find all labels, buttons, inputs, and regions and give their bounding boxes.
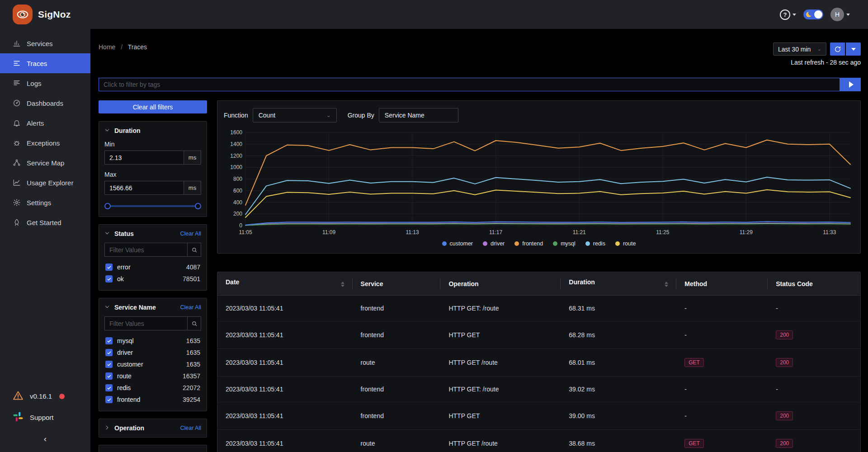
cell-method: -	[676, 402, 768, 430]
table-row[interactable]: 2023/03/03 11:05:41routeHTTP GET /route3…	[217, 430, 860, 452]
checkbox-checked-icon[interactable]	[105, 361, 113, 368]
service-filter-input[interactable]	[104, 316, 188, 330]
dashboard-icon	[13, 99, 21, 107]
legend-item-frontend[interactable]: frontend	[514, 240, 543, 247]
checkbox-checked-icon[interactable]	[105, 396, 113, 403]
service-name-section-header[interactable]: Service Name Clear All	[104, 304, 201, 311]
gear-icon	[13, 198, 21, 207]
sort-icon[interactable]	[665, 280, 668, 289]
time-range-select[interactable]: Last 30 min ⌄	[773, 42, 826, 56]
traces-table-panel: DateServiceOperationDurationMethodStatus…	[217, 272, 861, 452]
run-filter-button[interactable]	[840, 78, 861, 91]
column-header-duration[interactable]: Duration	[561, 272, 676, 296]
checkbox-checked-icon[interactable]	[105, 264, 113, 271]
support-row[interactable]: Support	[0, 407, 90, 428]
option-label: route	[117, 372, 132, 380]
checkbox-checked-icon[interactable]	[105, 337, 113, 344]
slider-min-handle[interactable]	[104, 203, 111, 209]
service-option-frontend[interactable]: frontend39254	[104, 394, 201, 405]
refresh-options-button[interactable]	[846, 42, 861, 56]
operation-clear-all-link[interactable]: Clear All	[180, 425, 201, 431]
breadcrumb-home[interactable]: Home	[99, 43, 115, 51]
cell-duration: 39.00 ms	[561, 402, 676, 430]
column-header-service[interactable]: Service	[353, 272, 441, 296]
component-section: ComponentClear All	[99, 445, 207, 452]
status-option-error[interactable]: error4087	[104, 261, 201, 273]
search-button[interactable]	[188, 243, 201, 257]
service-option-customer[interactable]: customer1635	[104, 358, 201, 370]
service-option-route[interactable]: route16357	[104, 370, 201, 382]
sidebar-item-settings[interactable]: Settings	[0, 193, 90, 212]
chart-panel: Function Count ⌄ Group By Service Name 0…	[217, 100, 861, 254]
group-by-select[interactable]: Service Name	[379, 108, 458, 122]
sidebar-item-get-started[interactable]: Get Started	[0, 212, 90, 232]
duration-min-input[interactable]	[104, 151, 184, 165]
svg-text:1600: 1600	[230, 129, 242, 136]
legend-item-driver[interactable]: driver	[483, 240, 505, 247]
version-row[interactable]: v0.16.1	[0, 386, 90, 407]
table-row[interactable]: 2023/03/03 11:05:41routeHTTP GET /route6…	[217, 349, 860, 377]
operation-section-header[interactable]: OperationClear All	[104, 424, 201, 432]
sidebar-item-alerts[interactable]: Alerts	[0, 113, 90, 133]
sidebar-item-service-map[interactable]: Service Map	[0, 153, 90, 173]
column-header-status-code[interactable]: Status Code	[768, 272, 860, 296]
checkbox-checked-icon[interactable]	[105, 349, 113, 356]
function-select[interactable]: Count ⌄	[253, 108, 337, 122]
sidebar-item-label: Settings	[27, 199, 51, 207]
duration-max-input[interactable]	[104, 181, 184, 195]
service-option-driver[interactable]: driver1635	[104, 347, 201, 358]
sidebar-item-dashboards[interactable]: Dashboards	[0, 93, 90, 113]
duration-section-header[interactable]: Duration	[104, 127, 201, 134]
checkbox-checked-icon[interactable]	[105, 384, 113, 391]
checkbox-checked-icon[interactable]	[105, 372, 113, 380]
sort-icon[interactable]	[341, 280, 344, 289]
column-header-date[interactable]: Date	[217, 272, 353, 296]
table-row[interactable]: 2023/03/03 11:05:41frontendHTTP GET39.00…	[217, 402, 860, 430]
refresh-button[interactable]	[830, 42, 845, 56]
chevron-down-icon: ⌄	[817, 46, 821, 52]
option-count: 39254	[183, 396, 200, 403]
service-option-redis[interactable]: redis22072	[104, 382, 201, 394]
column-header-method[interactable]: Method	[676, 272, 768, 296]
sidebar-item-exceptions[interactable]: Exceptions	[0, 133, 90, 153]
legend-label: customer	[450, 240, 473, 247]
tag-filter-input[interactable]	[99, 78, 840, 91]
help-menu[interactable]: ?	[780, 9, 796, 20]
table-row[interactable]: 2023/03/03 11:05:41frontendHTTP GET: /ro…	[217, 296, 860, 321]
sidebar-collapse-button[interactable]: ‹	[0, 428, 90, 447]
clear-all-filters-button[interactable]: Clear all filters	[99, 100, 207, 113]
option-label: mysql	[117, 337, 134, 344]
slider-max-handle[interactable]	[195, 203, 201, 209]
status-filter-input[interactable]	[104, 243, 188, 257]
warning-icon	[13, 390, 24, 402]
brand-logo[interactable]: SigNoz	[13, 5, 71, 24]
sidebar-item-usage-explorer[interactable]: Usage Explorer	[0, 173, 90, 193]
cell-duration: 39.02 ms	[561, 377, 676, 402]
group-by-label: Group By	[348, 112, 374, 119]
checkbox-checked-icon[interactable]	[105, 275, 113, 282]
service-clear-all-link[interactable]: Clear All	[180, 304, 201, 311]
sidebar-item-logs[interactable]: Logs	[0, 73, 90, 93]
cell-status_code: 200	[768, 349, 860, 377]
column-header-operation[interactable]: Operation	[440, 272, 561, 296]
service-option-mysql[interactable]: mysql1635	[104, 335, 201, 347]
cell-method: -	[676, 296, 768, 321]
legend-item-redis[interactable]: redis	[585, 240, 605, 247]
sidebar-item-traces[interactable]: Traces	[0, 53, 90, 73]
cell-duration: 68.28 ms	[561, 321, 676, 349]
sidebar-item-label: Exceptions	[27, 139, 60, 147]
sidebar-item-services[interactable]: Services	[0, 33, 90, 53]
status-section-header[interactable]: Status Clear All	[104, 230, 201, 237]
theme-toggle[interactable]	[803, 9, 823, 19]
status-clear-all-link[interactable]: Clear All	[180, 231, 201, 237]
bug-icon	[13, 139, 21, 147]
breadcrumb: Home / Traces	[99, 43, 147, 51]
table-row[interactable]: 2023/03/03 11:05:41frontendHTTP GET68.28…	[217, 321, 860, 349]
user-menu[interactable]: H	[830, 8, 850, 21]
status-option-ok[interactable]: ok78501	[104, 273, 201, 285]
legend-item-mysql[interactable]: mysql	[553, 240, 576, 247]
search-button[interactable]	[188, 316, 201, 330]
legend-item-customer[interactable]: customer	[442, 240, 473, 247]
legend-item-route[interactable]: route	[615, 240, 636, 247]
table-row[interactable]: 2023/03/03 11:05:41frontendHTTP GET: /ro…	[217, 377, 860, 402]
